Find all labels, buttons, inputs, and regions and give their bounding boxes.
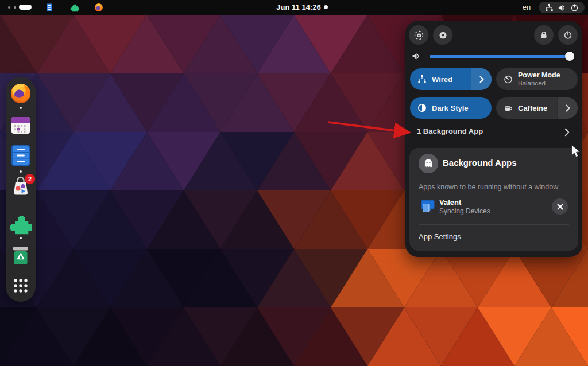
toggle-power-mode[interactable]: Power Mode Balanced [496,68,578,90]
running-indicator [20,107,22,109]
chevron-right-icon [479,76,484,83]
toggle-sublabel: Balanced [518,80,560,87]
dock-divider [13,207,29,207]
dock: 2 [6,77,36,302]
power-mode-gauge-icon [504,75,513,84]
network-wired-icon [545,3,554,12]
network-wired-icon [417,75,427,84]
power-button[interactable] [558,25,578,45]
file-cabinet-icon[interactable] [9,144,32,167]
volume-slider[interactable] [430,55,574,58]
chevron-right-icon [564,128,570,137]
app-settings-label: App Settings [419,232,461,241]
toggle-label: Power Mode [518,71,560,79]
toggle-caffeine[interactable]: Caffeine [496,97,578,119]
app-status: Syncing Devices [439,207,490,215]
workspace-dot[interactable] [8,6,10,9]
workspace-dot[interactable] [14,6,16,9]
valent-app-icon [420,198,436,215]
ghost-icon [423,158,434,169]
screenshot-button[interactable] [409,25,428,45]
notification-dot [324,5,328,9]
background-apps-row[interactable]: 1 Background App [405,124,582,141]
firefox-tray-icon[interactable] [94,3,103,12]
running-indicator [20,170,22,173]
close-icon [557,204,563,210]
system-status-area[interactable] [539,2,585,13]
toggle-wired[interactable]: Wired [410,68,492,90]
toggle-label: Wired [432,75,452,84]
toggle-label: Caffeine [518,104,547,112]
background-apps-avatar [419,154,438,173]
close-app-button[interactable] [552,198,568,215]
active-workspace-pill[interactable] [19,5,32,10]
file-cabinet-tray-icon[interactable] [45,3,54,12]
keyboard-layout-indicator[interactable]: en [518,0,535,15]
trash-icon[interactable] [9,244,32,267]
volume-knob[interactable] [565,52,574,61]
background-app-row: Valent Syncing Devices [409,196,578,220]
firefox-icon[interactable] [9,81,32,104]
wired-submenu-arrow[interactable] [471,68,492,90]
screenshot-camera-icon [414,30,424,40]
desktop: Jun 11 14:26 en [0,0,588,366]
power-icon [563,30,572,40]
top-bar: Jun 11 14:26 en [0,0,588,15]
card-divider [419,224,569,225]
dark-style-half-circle-icon [417,103,427,112]
coffee-cup-icon [504,103,513,112]
running-indicator [20,237,22,239]
toggle-dark-style[interactable]: Dark Style [410,97,492,119]
extensions-puzzle-icon[interactable] [9,212,32,235]
settings-button[interactable] [433,25,452,45]
calendar-icon[interactable] [9,114,32,137]
chevron-right-icon [566,104,570,112]
extensions-puzzle-tray-icon[interactable] [70,3,79,12]
lock-button[interactable] [534,25,554,45]
caffeine-submenu-arrow[interactable] [557,97,578,119]
card-subtitle: Apps known to be running without a windo… [419,183,558,191]
card-title: Background Apps [443,158,517,168]
app-name: Valent [439,198,461,207]
gear-icon [438,30,448,40]
quick-settings-panel: Wired Power Mode Balanced Dark Styl [405,21,582,257]
speaker-volume-icon [412,52,421,61]
background-apps-row-label: 1 Background App [417,127,483,135]
background-apps-card: Background Apps Apps known to be running… [409,148,578,251]
toggle-label: Dark Style [432,104,469,112]
app-grid-icon[interactable] [9,274,32,297]
power-icon [570,3,579,12]
volume-fill [430,55,570,58]
lock-icon [539,30,548,40]
updates-badge: 2 [25,174,35,184]
speaker-volume-icon [558,3,566,12]
app-settings-row[interactable]: App Settings [409,228,578,247]
